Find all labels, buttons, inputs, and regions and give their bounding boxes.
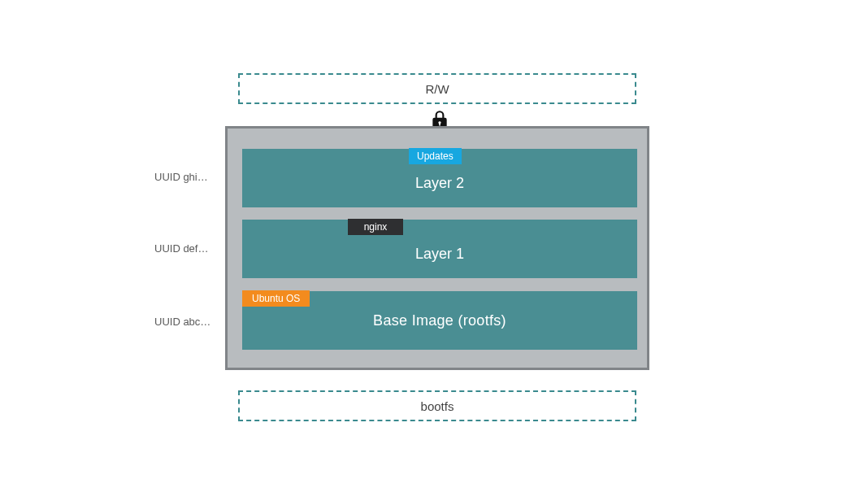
bootfs-label: bootfs	[421, 399, 454, 413]
rw-label: R/W	[425, 82, 449, 96]
base-image-box: Ubuntu OS Base Image (rootfs)	[242, 291, 637, 350]
tag-ubuntu-os: Ubuntu OS	[242, 290, 310, 307]
image-layers-container: Updates Layer 2 nginx Layer 1 Ubuntu OS …	[225, 126, 649, 370]
layer-1-box: nginx Layer 1	[242, 220, 637, 278]
uuid-abc-label: UUID abc…	[154, 316, 210, 328]
layer-1-title: Layer 1	[242, 246, 637, 263]
bootfs-box: bootfs	[238, 390, 636, 421]
uuid-def-label: UUID def…	[154, 242, 208, 255]
base-image-title: Base Image (rootfs)	[242, 312, 637, 329]
rw-layer-box: R/W	[238, 73, 636, 104]
uuid-ghi-label: UUID ghi…	[154, 171, 208, 183]
layer-2-box: Updates Layer 2	[242, 149, 637, 207]
layer-2-title: Layer 2	[242, 175, 637, 192]
tag-updates: Updates	[409, 148, 462, 164]
tag-nginx: nginx	[348, 219, 403, 235]
